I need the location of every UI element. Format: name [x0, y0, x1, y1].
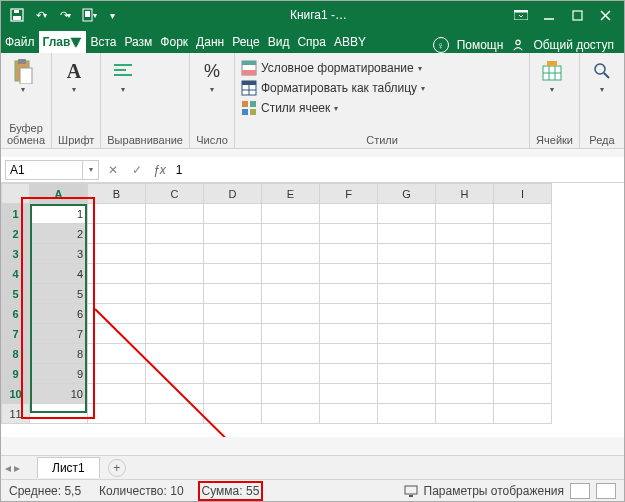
cell[interactable]: [436, 324, 494, 344]
redo-icon[interactable]: ↷▾: [55, 5, 75, 25]
cell[interactable]: [320, 224, 378, 244]
cell[interactable]: [262, 344, 320, 364]
cell[interactable]: [378, 244, 436, 264]
col-header-a[interactable]: A: [30, 184, 88, 204]
cell[interactable]: [436, 224, 494, 244]
cell[interactable]: [262, 224, 320, 244]
cell[interactable]: [146, 324, 204, 344]
cell[interactable]: [494, 284, 552, 304]
cell[interactable]: [88, 304, 146, 324]
row-header[interactable]: 5: [2, 284, 30, 304]
cell[interactable]: [146, 384, 204, 404]
cell[interactable]: [494, 304, 552, 324]
name-box-dropdown[interactable]: ▾: [83, 160, 99, 180]
cell[interactable]: 3: [30, 244, 88, 264]
cell[interactable]: [436, 384, 494, 404]
formula-input[interactable]: 1: [176, 163, 183, 177]
sheet-nav[interactable]: ◂ ▸: [5, 461, 20, 475]
cell[interactable]: [262, 264, 320, 284]
conditional-formatting-button[interactable]: Условное форматирование▾: [241, 59, 422, 77]
tell-me-label[interactable]: Помощн: [457, 38, 504, 52]
cell[interactable]: [320, 364, 378, 384]
cell[interactable]: [378, 204, 436, 224]
cell[interactable]: 2: [30, 224, 88, 244]
tab-layout[interactable]: Разм: [120, 31, 156, 53]
cell[interactable]: [320, 344, 378, 364]
cell[interactable]: [436, 364, 494, 384]
col-header-b[interactable]: B: [88, 184, 146, 204]
minimize-icon[interactable]: [536, 5, 562, 25]
cell[interactable]: [262, 244, 320, 264]
row-header[interactable]: 4: [2, 264, 30, 284]
cell[interactable]: [88, 264, 146, 284]
cell[interactable]: [320, 244, 378, 264]
row-header[interactable]: 6: [2, 304, 30, 324]
row-header[interactable]: 2: [2, 224, 30, 244]
undo-icon[interactable]: ↶▾: [31, 5, 51, 25]
cell[interactable]: [262, 384, 320, 404]
add-sheet-button[interactable]: +: [108, 459, 126, 477]
cell[interactable]: [320, 264, 378, 284]
cell[interactable]: [494, 264, 552, 284]
tab-file[interactable]: Файл: [1, 31, 39, 53]
maximize-icon[interactable]: [564, 5, 590, 25]
cell[interactable]: [378, 344, 436, 364]
col-header-d[interactable]: D: [204, 184, 262, 204]
cell[interactable]: [262, 204, 320, 224]
cell[interactable]: [146, 244, 204, 264]
cell[interactable]: [204, 244, 262, 264]
cell[interactable]: [436, 304, 494, 324]
cell[interactable]: [378, 284, 436, 304]
cell[interactable]: [436, 264, 494, 284]
display-settings-icon[interactable]: [404, 485, 418, 497]
cell[interactable]: [146, 364, 204, 384]
cell[interactable]: [378, 364, 436, 384]
cell[interactable]: [204, 224, 262, 244]
cell[interactable]: [436, 344, 494, 364]
cell[interactable]: [320, 384, 378, 404]
cell[interactable]: [262, 284, 320, 304]
format-as-table-button[interactable]: Форматировать как таблицу▾: [241, 79, 425, 97]
cancel-formula-icon[interactable]: ✕: [103, 160, 123, 180]
cell[interactable]: [204, 284, 262, 304]
cell[interactable]: [494, 324, 552, 344]
col-header-e[interactable]: E: [262, 184, 320, 204]
qat-customize-icon[interactable]: ▾: [103, 5, 123, 25]
cell[interactable]: [320, 304, 378, 324]
cells-button[interactable]: ▾: [536, 57, 568, 96]
cell[interactable]: [378, 304, 436, 324]
font-button[interactable]: A ▾: [58, 57, 90, 96]
row-header[interactable]: 3: [2, 244, 30, 264]
sheet-tab[interactable]: Лист1: [37, 457, 100, 478]
fx-icon[interactable]: ƒx: [153, 163, 166, 177]
view-layout-button[interactable]: [596, 483, 616, 499]
cell[interactable]: [146, 284, 204, 304]
cell[interactable]: [262, 304, 320, 324]
cell[interactable]: [436, 404, 494, 424]
cell[interactable]: [146, 404, 204, 424]
save-icon[interactable]: [7, 5, 27, 25]
cell[interactable]: [378, 224, 436, 244]
grid-table[interactable]: A B C D E F G H I 11 22 33 44 55 66 77 8…: [1, 183, 552, 424]
col-header-g[interactable]: G: [378, 184, 436, 204]
cell[interactable]: [88, 384, 146, 404]
row-header[interactable]: 11: [2, 404, 30, 424]
enter-formula-icon[interactable]: ✓: [127, 160, 147, 180]
cell[interactable]: [146, 224, 204, 244]
cell[interactable]: [88, 324, 146, 344]
col-header-i[interactable]: I: [494, 184, 552, 204]
cell[interactable]: [320, 404, 378, 424]
share-button[interactable]: Общий доступ: [533, 38, 614, 52]
cell[interactable]: [320, 204, 378, 224]
cell[interactable]: [204, 204, 262, 224]
tab-review[interactable]: Реце: [228, 31, 264, 53]
cell[interactable]: [204, 324, 262, 344]
lightbulb-icon[interactable]: ♀: [433, 37, 449, 53]
cell[interactable]: 4: [30, 264, 88, 284]
cell[interactable]: [378, 384, 436, 404]
close-icon[interactable]: [592, 5, 618, 25]
cell[interactable]: 7: [30, 324, 88, 344]
cell[interactable]: [494, 404, 552, 424]
cell[interactable]: [494, 384, 552, 404]
cell[interactable]: [494, 204, 552, 224]
